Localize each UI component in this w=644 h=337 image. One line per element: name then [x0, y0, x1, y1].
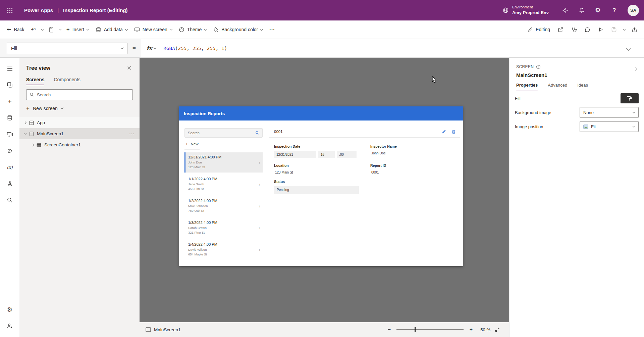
tree-item-mainscreen1[interactable]: MainScreen1 ··· — [19, 128, 140, 139]
background-image-dropdown[interactable]: None — [580, 107, 639, 118]
tree-search-box[interactable] — [26, 89, 133, 100]
background-color-button[interactable]: Background color — [210, 23, 266, 36]
gallery-item[interactable]: 1/2/2022 4:00 PM Mike Johnson 789 Oak St… — [184, 196, 263, 216]
app-icon — [29, 120, 34, 126]
record-address: 321 Pine St — [188, 230, 256, 235]
expand-chevron-icon[interactable] — [31, 143, 34, 146]
share-button[interactable] — [554, 23, 567, 36]
editing-mode-button[interactable]: Editing — [524, 23, 553, 36]
field-label: Report ID — [370, 163, 460, 167]
app-new-record-button[interactable]: + New — [184, 138, 200, 150]
image-position-d ropdown[interactable]: Fit — [580, 121, 639, 132]
record-datetime: 12/31/2021 4:00 PM — [188, 155, 256, 159]
edit-record-button[interactable] — [441, 130, 446, 134]
tab-advanced[interactable]: Advanced — [548, 83, 567, 91]
field-label: Location — [274, 163, 370, 167]
delete-record-button[interactable] — [451, 130, 456, 134]
new-screen-tree-button[interactable]: + New screen — [19, 102, 140, 114]
stethoscope-icon — [571, 27, 577, 33]
insert-button[interactable]: + Insert — [63, 23, 92, 36]
theme-button[interactable]: Theme — [175, 23, 210, 36]
more-commands-button[interactable]: ··· — [266, 23, 278, 36]
design-canvas[interactable]: Inspection Reports + New — [140, 58, 509, 337]
comments-button[interactable] — [581, 23, 594, 36]
account-avatar[interactable]: SA — [628, 5, 639, 16]
collapse-panel-button[interactable] — [633, 65, 638, 73]
fx-button[interactable]: fx — [147, 45, 156, 51]
property-selector-dropdown[interactable]: Fill — [7, 43, 127, 54]
paste-button[interactable] — [45, 23, 57, 36]
tab-screens[interactable]: Screens — [26, 77, 44, 85]
minute-input[interactable]: :00 — [337, 151, 357, 158]
zoom-slider-thumb[interactable] — [415, 327, 416, 332]
formula-bar-expand-button[interactable] — [627, 46, 630, 51]
data-rail-button[interactable] — [2, 110, 17, 125]
collapse-chevron-icon[interactable] — [24, 132, 26, 135]
gallery-item[interactable]: 1/3/2022 4:00 PM Sarah Brown 321 Pine St… — [184, 218, 263, 238]
fill-color-swatch-button[interactable] — [621, 93, 639, 103]
new-screen-button[interactable]: New screen — [131, 23, 175, 36]
close-tree-view-button[interactable] — [126, 64, 133, 71]
gear-icon: ⚙ — [595, 7, 601, 13]
hour-input[interactable]: 16 — [318, 151, 335, 158]
gear-icon: ⚙ — [7, 306, 12, 313]
image-position-label: Image position — [515, 124, 543, 129]
help-button[interactable]: ? — [606, 0, 623, 20]
app-header-title: Inspection Reports — [184, 111, 225, 116]
copilot-button[interactable] — [557, 0, 573, 20]
insert-rail-button[interactable]: + — [2, 94, 17, 109]
app-launcher-button[interactable] — [0, 0, 19, 20]
notifications-button[interactable] — [573, 0, 590, 20]
tree-item-app[interactable]: App — [19, 117, 140, 128]
zoom-slider[interactable] — [396, 327, 464, 332]
save-icon — [611, 27, 617, 33]
status-input[interactable]: Pending — [274, 186, 359, 194]
formula-input-area[interactable]: fx RGBA(255, 255, 255, 1) — [141, 39, 644, 57]
power-automate-rail-button[interactable] — [2, 143, 17, 158]
tab-ideas[interactable]: Ideas — [577, 83, 588, 91]
environment-picker[interactable]: Environment Amy Preprod Env — [494, 0, 557, 20]
paste-menu-button[interactable] — [57, 23, 63, 36]
app-search-input[interactable] — [188, 131, 255, 135]
preview-play-button[interactable] — [595, 23, 607, 36]
studio-settings-button[interactable]: ⚙ — [2, 302, 17, 317]
gallery-item[interactable]: 12/31/2021 4:00 PM John Doe 123 Main St … — [184, 152, 263, 173]
tests-rail-button[interactable] — [2, 176, 17, 191]
support-rail-button[interactable] — [2, 319, 17, 333]
record-name: Jane Smith — [188, 182, 256, 187]
variables-rail-button[interactable]: (x) — [2, 160, 17, 175]
gallery-item[interactable]: 1/4/2022 4:00 PM David Wilson 654 Maple … — [184, 240, 263, 260]
formula-text[interactable]: RGBA(255, 255, 255, 1) — [163, 46, 227, 51]
save-button[interactable] — [608, 23, 620, 36]
date-input[interactable]: 12/31/2021 — [274, 151, 316, 158]
tree-view-rail-button[interactable] — [2, 78, 17, 92]
new-screen-icon — [134, 27, 140, 33]
back-button[interactable]: ← Back — [3, 23, 28, 36]
undo-menu-button[interactable] — [39, 23, 45, 36]
tree-item-screencontainer1[interactable]: ScreenContainer1 — [19, 139, 140, 150]
search-icon — [30, 92, 34, 97]
gallery-item[interactable]: 1/1/2022 4:00 PM Jane Smith 456 Elm St › — [184, 174, 263, 194]
collapse-menu-button[interactable] — [2, 61, 17, 76]
undo-button[interactable]: ↶ — [28, 23, 39, 36]
zoom-in-button[interactable]: + — [468, 327, 474, 333]
tab-properties[interactable]: Properties — [516, 83, 538, 91]
add-data-button[interactable]: Add data — [92, 23, 131, 36]
app-header-bar[interactable]: Inspection Reports — [179, 106, 463, 121]
field-value: 0001 — [370, 171, 460, 174]
settings-button[interactable]: ⚙ — [590, 0, 606, 20]
media-rail-button[interactable] — [2, 127, 17, 142]
zoom-out-button[interactable]: − — [386, 327, 392, 333]
record-name: Mike Johnson — [188, 204, 256, 208]
save-menu-button[interactable] — [621, 23, 627, 36]
publish-button[interactable] — [628, 23, 641, 36]
tab-components[interactable]: Components — [54, 77, 80, 85]
expand-chevron-icon[interactable] — [24, 121, 26, 124]
app-screen-artboard[interactable]: Inspection Reports + New — [179, 106, 463, 266]
app-checker-button[interactable] — [568, 23, 580, 36]
app-search-box[interactable] — [184, 128, 263, 138]
more-options-button[interactable]: ··· — [129, 131, 135, 136]
search-rail-button[interactable] — [2, 193, 17, 207]
fit-to-window-button[interactable] — [495, 327, 500, 332]
tree-search-input[interactable] — [37, 92, 129, 97]
